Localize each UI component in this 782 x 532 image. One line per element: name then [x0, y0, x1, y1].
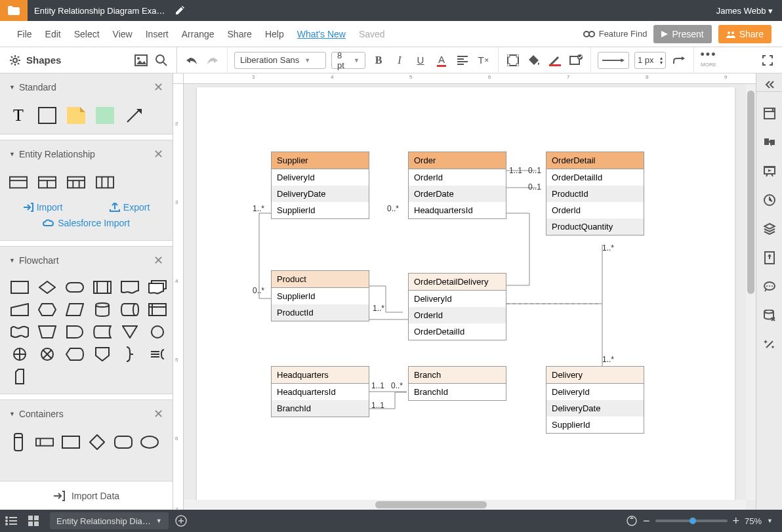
- fc-card[interactable]: [9, 369, 30, 384]
- font-select[interactable]: Liberation Sans▼: [234, 52, 326, 69]
- er-shape-3[interactable]: [67, 173, 85, 192]
- entity-row[interactable]: BranchId: [409, 384, 506, 400]
- close-icon[interactable]: ✕: [154, 147, 163, 161]
- menu-edit[interactable]: Edit: [39, 29, 68, 39]
- entity-row[interactable]: SupplierId: [546, 417, 644, 433]
- menu-select[interactable]: Select: [68, 29, 106, 39]
- cont-rounded[interactable]: [114, 433, 133, 451]
- close-icon[interactable]: ✕: [154, 253, 163, 268]
- cont-pill[interactable]: [9, 433, 28, 451]
- panel-er-header[interactable]: ▼ Entity Relationship ✕: [0, 140, 173, 168]
- search-icon[interactable]: [155, 54, 167, 66]
- share-button[interactable]: Share: [718, 25, 772, 43]
- fullscreen-button[interactable]: [760, 52, 775, 68]
- entity-row[interactable]: SupplierId: [272, 202, 369, 218]
- outline-view-icon[interactable]: [0, 510, 22, 532]
- rail-comments-icon[interactable]: [762, 135, 777, 150]
- edit-title-icon[interactable]: [171, 6, 188, 15]
- canvas-scrollbar-horizontal[interactable]: [184, 500, 746, 510]
- zoom-in-button[interactable]: +: [733, 514, 740, 528]
- entity-row[interactable]: OrderDetailId: [546, 169, 644, 186]
- entity-odd[interactable]: OrderDetailDelivery DeliveryId OrderId O…: [408, 273, 506, 340]
- entity-row[interactable]: SupplierId: [272, 288, 369, 304]
- folder-icon[interactable]: [0, 0, 28, 21]
- fc-or[interactable]: [9, 346, 30, 362]
- fc-document[interactable]: [119, 279, 140, 295]
- panel-standard-header[interactable]: ▼ Standard ✕: [0, 73, 173, 101]
- entity-row[interactable]: HeadquartersId: [272, 384, 369, 400]
- fc-stored-data[interactable]: [92, 324, 113, 340]
- present-button[interactable]: Present: [653, 25, 711, 43]
- italic-button[interactable]: I: [392, 52, 407, 68]
- entity-row[interactable]: ProductQuantity: [546, 218, 644, 235]
- text-shape[interactable]: T: [9, 106, 28, 125]
- menu-arrange[interactable]: Arrange: [175, 29, 221, 39]
- line-tool[interactable]: [671, 52, 687, 68]
- entity-supplier[interactable]: Supplier DeliveryId DeliveryDate Supplie…: [271, 152, 369, 219]
- fc-process[interactable]: [9, 279, 30, 295]
- document-title[interactable]: Entity Relationship Diagram Exa…: [28, 6, 171, 16]
- canvas-scrollbar-vertical[interactable]: [746, 84, 756, 500]
- rail-chat-icon[interactable]: [762, 279, 777, 294]
- entity-row[interactable]: OrderId: [409, 307, 506, 323]
- fc-decision[interactable]: [37, 279, 58, 295]
- close-icon[interactable]: ✕: [154, 80, 163, 94]
- zoom-slider[interactable]: [655, 520, 728, 522]
- block-shape[interactable]: [96, 106, 114, 125]
- collapse-right-rail[interactable]: [756, 77, 782, 92]
- entity-row[interactable]: DeliveryDate: [546, 400, 644, 417]
- sync-icon[interactable]: [626, 515, 638, 527]
- er-shape-2[interactable]: [38, 173, 56, 192]
- gear-icon[interactable]: [9, 54, 21, 66]
- stroke-button[interactable]: [547, 52, 563, 68]
- panel-flowchart-header[interactable]: ▼ Flowchart ✕: [0, 247, 173, 274]
- rail-present-icon[interactable]: [762, 164, 777, 178]
- rail-master-icon[interactable]: [762, 251, 777, 265]
- fc-manual-input[interactable]: [9, 302, 30, 317]
- rail-magic-icon[interactable]: [762, 337, 777, 352]
- fc-internal[interactable]: [147, 302, 168, 317]
- menu-share[interactable]: Share: [221, 29, 258, 39]
- bold-button[interactable]: B: [371, 52, 386, 68]
- underline-button[interactable]: U: [413, 52, 428, 68]
- fc-direct-data[interactable]: [119, 302, 140, 317]
- fc-offpage[interactable]: [92, 346, 113, 362]
- fc-paper-tape[interactable]: [9, 324, 30, 340]
- image-icon[interactable]: [134, 54, 148, 66]
- align-button[interactable]: [455, 52, 470, 68]
- text-color-button[interactable]: A: [434, 52, 449, 68]
- entity-row[interactable]: ProductId: [272, 304, 369, 321]
- fc-predefined[interactable]: [92, 279, 113, 295]
- clear-format-button[interactable]: T✕: [476, 52, 491, 68]
- import-link[interactable]: Import: [23, 202, 63, 213]
- cont-ellipse[interactable]: [140, 433, 159, 451]
- entity-delivery[interactable]: Delivery DeliveryId DeliveryDate Supplie…: [546, 366, 644, 434]
- entity-product[interactable]: Product SupplierId ProductId: [271, 270, 369, 321]
- er-shape-1[interactable]: [9, 173, 28, 192]
- fc-display[interactable]: [64, 346, 85, 362]
- salesforce-link[interactable]: Salesforce Import: [43, 218, 130, 228]
- more-button[interactable]: •••: [701, 47, 716, 63]
- fc-terminator[interactable]: [64, 279, 85, 295]
- rail-history-icon[interactable]: [762, 193, 777, 207]
- entity-row[interactable]: ProductId: [546, 186, 644, 202]
- close-icon[interactable]: ✕: [154, 407, 163, 421]
- entity-branch[interactable]: Branch BranchId: [408, 366, 506, 401]
- canvas-area[interactable]: 3456789 234567: [173, 73, 756, 510]
- export-link[interactable]: Export: [110, 202, 150, 213]
- entity-row[interactable]: DeliveryId: [409, 291, 506, 307]
- entity-row[interactable]: DeliveryDate: [272, 186, 369, 202]
- fc-preparation[interactable]: [37, 302, 58, 317]
- entity-row[interactable]: BranchId: [272, 400, 369, 417]
- fc-merge[interactable]: [119, 324, 140, 340]
- cont-diamond[interactable]: [88, 433, 106, 451]
- fc-multi-doc[interactable]: [147, 279, 168, 295]
- import-data-button[interactable]: Import Data: [0, 481, 173, 510]
- font-size-select[interactable]: 8 pt▼: [331, 52, 365, 69]
- page-tab[interactable]: Entity Relationship Dia… ▼: [50, 512, 169, 529]
- cont-rect[interactable]: [62, 433, 80, 451]
- entity-order[interactable]: Order OrderId OrderDate HeadquartersId: [408, 152, 506, 219]
- entity-row[interactable]: OrderId: [546, 202, 644, 218]
- fc-data[interactable]: [64, 302, 85, 317]
- line-width-select[interactable]: 1 px▴▾: [634, 52, 666, 69]
